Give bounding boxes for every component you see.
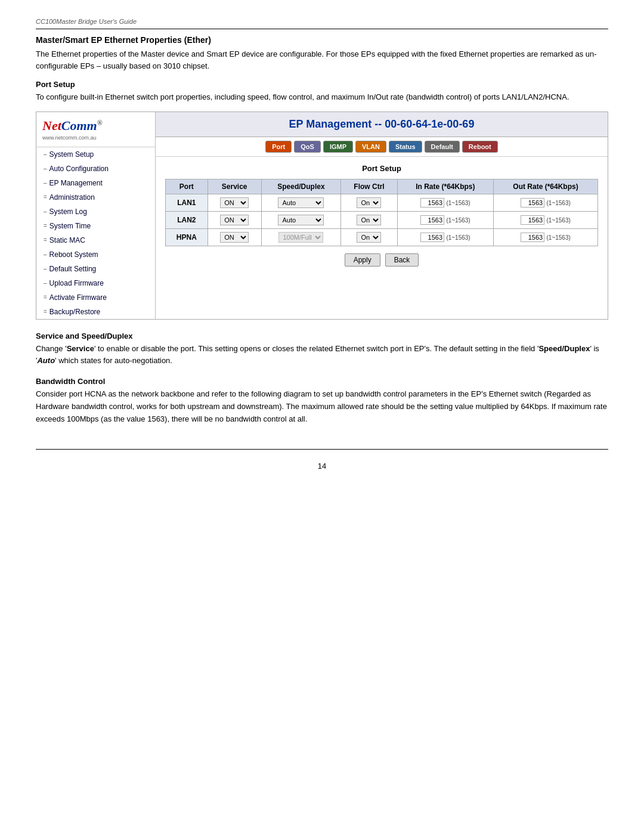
sidebar-item-default-setting[interactable]: – Default Setting [36, 262, 155, 276]
inrate-range-lan2: (1~1563) [446, 217, 470, 224]
bandwidth-desc: Consider port HCNA as the network backbo… [36, 388, 608, 425]
sidebar-item-upload-firmware[interactable]: – Upload Firmware [36, 276, 155, 290]
cell-inrate-hpna: (1~1563) [397, 228, 493, 246]
outrate-range-lan1: (1~1563) [546, 200, 570, 206]
col-header-port: Port [166, 179, 208, 194]
sidebar-item-activate-firmware[interactable]: = Activate Firmware [36, 290, 155, 305]
panel-title: EP Management -- 00-60-64-1e-00-69 [168, 118, 596, 131]
logo-comm: Comm [61, 118, 97, 133]
section-title: Master/Smart EP Ethernet Properties (Eth… [36, 35, 608, 45]
bullet-icon: – [44, 280, 47, 286]
service-speed-desc: Change 'Service' to enable or disable th… [36, 343, 608, 368]
bullet-icon: – [44, 165, 47, 172]
logo: NetComm® www.netcomm.com.au [36, 112, 155, 147]
bullet-icon: – [44, 208, 47, 215]
col-header-outrate: Out Rate (*64Kbps) [493, 179, 597, 194]
port-setup-heading: Port Setup [36, 80, 608, 89]
col-header-inrate: In Rate (*64Kbps) [397, 179, 493, 194]
col-header-speed: Speed/Duplex [261, 179, 340, 194]
cell-speed-lan1: Auto 100M/Full 100M/Half 10M/Full 10M/Ha… [261, 194, 340, 211]
outrate-input-hpna[interactable] [521, 233, 544, 242]
cell-port-lan2: LAN2 [166, 211, 208, 228]
flow-select-lan2[interactable]: On Off [357, 215, 381, 225]
tab-qos[interactable]: QoS [294, 141, 321, 153]
flow-select-hpna[interactable]: On Off [357, 232, 381, 243]
sidebar-label: Administration [49, 193, 95, 202]
service-select-lan1[interactable]: ON OFF [220, 197, 249, 208]
speed-select-lan1[interactable]: Auto 100M/Full 100M/Half 10M/Full 10M/Ha… [278, 197, 324, 208]
cell-flow-hpna: On Off [341, 228, 398, 246]
sidebar-item-backup-restore[interactable]: = Backup/Restore [36, 305, 155, 319]
sidebar-label: System Log [49, 208, 87, 216]
sidebar-item-system-time[interactable]: = System Time [36, 219, 155, 233]
bullet-icon: = [44, 237, 47, 243]
speed-select-hpna: 100M/Full [278, 232, 323, 243]
sidebar-item-system-setup[interactable]: – System Setup [36, 147, 155, 162]
sidebar-label: Auto Configuration [49, 165, 109, 173]
flow-select-lan1[interactable]: On Off [357, 197, 381, 208]
page-header: CC100Master Bridge User's Guide [36, 18, 608, 25]
sidebar-item-ep-management[interactable]: – EP Management [36, 176, 155, 190]
section-desc: The Ethernet properties of the Master de… [36, 48, 608, 72]
page-number: 14 [36, 462, 608, 470]
tab-port[interactable]: Port [265, 141, 292, 153]
outrate-input-lan2[interactable] [521, 215, 544, 225]
bullet-icon: – [44, 265, 47, 272]
tab-vlan[interactable]: VLAN [355, 141, 386, 153]
bandwidth-heading: Bandwidth Control [36, 377, 608, 386]
sidebar-label: Backup/Restore [49, 308, 100, 316]
sidebar-label: Default Setting [49, 265, 97, 273]
sidebar-label: Upload Firmware [49, 279, 104, 287]
inrate-input-lan1[interactable] [420, 198, 444, 208]
tab-reboot[interactable]: Reboot [462, 141, 498, 153]
tab-status[interactable]: Status [389, 141, 422, 153]
back-button[interactable]: Back [385, 253, 419, 267]
outrate-input-lan1[interactable] [521, 198, 544, 208]
sidebar-item-reboot-system[interactable]: – Reboot System [36, 247, 155, 262]
service-speed-heading: Service and Speed/Duplex [36, 332, 608, 340]
sidebar-label: Reboot System [49, 250, 98, 259]
sidebar-item-administration[interactable]: = Administration [36, 190, 155, 205]
outrate-range-hpna: (1~1563) [546, 234, 570, 241]
cell-outrate-lan1: (1~1563) [493, 194, 597, 211]
inrate-range-hpna: (1~1563) [446, 234, 470, 241]
service-select-lan2[interactable]: ON OFF [220, 215, 249, 225]
sidebar-label: Static MAC [49, 236, 85, 244]
bullet-icon: = [44, 194, 47, 200]
panel-subtitle: Port Setup [165, 164, 598, 173]
cell-inrate-lan2: (1~1563) [397, 211, 493, 228]
cell-service-lan2: ON OFF [208, 211, 261, 228]
sidebar-item-system-log[interactable]: – System Log [36, 205, 155, 219]
sidebar-label: Activate Firmware [49, 293, 107, 302]
main-panel: EP Management -- 00-60-64-1e-00-69 Port … [156, 112, 608, 319]
table-row: LAN2 ON OFF Auto 100M/Full 100M/Half [166, 211, 598, 228]
tab-default[interactable]: Default [425, 141, 460, 153]
service-select-hpna[interactable]: ON OFF [220, 232, 249, 243]
sidebar-item-auto-config[interactable]: – Auto Configuration [36, 162, 155, 176]
bullet-icon: = [44, 222, 47, 229]
bullet-icon: – [44, 179, 47, 186]
sidebar-label: System Setup [49, 150, 94, 159]
apply-button[interactable]: Apply [345, 253, 380, 267]
port-setup-desc: To configure built-in Ethernet switch po… [36, 91, 608, 103]
main-layout: NetComm® www.netcomm.com.au – System Set… [36, 112, 608, 320]
cell-port-lan1: LAN1 [166, 194, 208, 211]
inrate-input-lan2[interactable] [420, 215, 444, 225]
sidebar-item-static-mac[interactable]: = Static MAC [36, 233, 155, 247]
panel-content: Port Setup Port Service Speed/Duplex Flo… [156, 157, 608, 274]
port-table: Port Service Speed/Duplex Flow Ctrl In R… [165, 179, 598, 246]
speed-select-lan2[interactable]: Auto 100M/Full 100M/Half 10M/Full 10M/Ha… [278, 215, 324, 225]
sidebar-label: System Time [49, 222, 91, 230]
cell-inrate-lan1: (1~1563) [397, 194, 493, 211]
button-row: Apply Back [165, 253, 598, 267]
col-header-service: Service [208, 179, 261, 194]
cell-flow-lan1: On Off [341, 194, 398, 211]
tab-igmp[interactable]: IGMP [323, 141, 353, 153]
cell-service-lan1: ON OFF [208, 194, 261, 211]
outrate-range-lan2: (1~1563) [546, 217, 570, 224]
cell-port-hpna: HPNA [166, 228, 208, 246]
logo-sub: www.netcomm.com.au [42, 135, 149, 141]
cell-outrate-hpna: (1~1563) [493, 228, 597, 246]
inrate-input-hpna[interactable] [420, 233, 444, 242]
col-header-flow: Flow Ctrl [341, 179, 398, 194]
